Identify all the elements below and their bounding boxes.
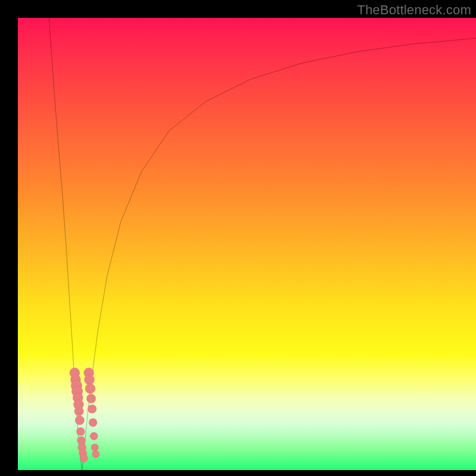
chart-svg <box>18 18 476 470</box>
data-marker <box>89 418 97 427</box>
data-marker <box>92 450 99 458</box>
curve-group <box>49 18 476 470</box>
data-marker <box>85 384 95 394</box>
curve-right-branch <box>82 38 476 470</box>
data-marker <box>87 405 96 413</box>
data-marker <box>77 428 85 436</box>
plot-area <box>18 18 476 470</box>
data-marker <box>80 455 87 462</box>
data-marker <box>91 444 98 451</box>
data-marker <box>84 375 95 385</box>
data-marker <box>90 433 98 440</box>
marker-group <box>70 368 99 462</box>
data-marker <box>87 394 96 403</box>
watermark-text: TheBottleneck.com <box>357 2 471 18</box>
chart-frame: TheBottleneck.com <box>0 0 476 476</box>
data-marker <box>74 407 83 416</box>
data-marker <box>75 416 84 425</box>
